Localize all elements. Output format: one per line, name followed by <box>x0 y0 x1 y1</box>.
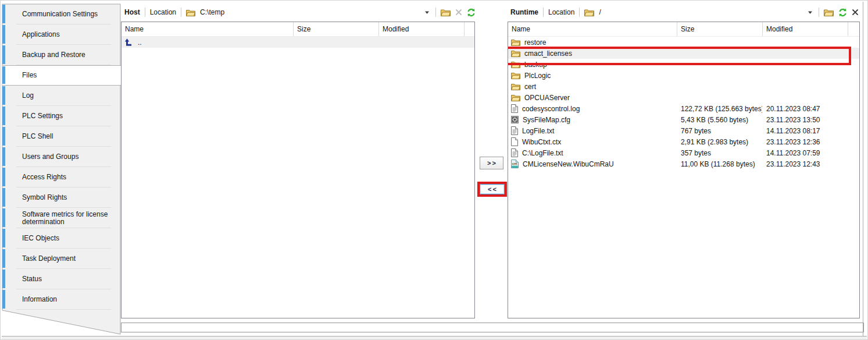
host-path-input[interactable]: C:\temp <box>200 8 224 16</box>
file-name-cell: backup <box>508 61 677 69</box>
copy-to-host-highlight-box: << <box>477 182 507 197</box>
sidebar-item-software-metrics-for-license-determination[interactable]: Software metrics for license determinati… <box>2 208 120 228</box>
sidebar-item-label: Log <box>22 92 34 100</box>
host-file-table: Name Size Modified .. <box>121 22 475 318</box>
folder-icon <box>511 38 520 46</box>
file-name: .. <box>138 38 142 47</box>
folder-icon <box>511 49 520 57</box>
host-refresh-icon[interactable] <box>467 8 476 17</box>
sidebar-item-log[interactable]: Log <box>2 86 120 106</box>
sidebar-item-plc-settings[interactable]: PLC Settings <box>2 106 120 126</box>
host-pane-title: Host <box>124 8 140 16</box>
file-row-sysfilemap-cfg[interactable]: SysFileMap.cfg5,43 KB (5.560 bytes)23.11… <box>508 114 859 125</box>
folder-row-restore[interactable]: restore <box>508 37 859 48</box>
tab-accent-strip <box>2 66 5 84</box>
window-bottom-band <box>2 337 867 340</box>
device-editor-sidebar: Communication SettingsApplicationsBackup… <box>2 4 120 310</box>
file-row-cmlicensenew-wibucmrau[interactable]: cmCMLicenseNew.WibuCmRaU11,00 KB (11.268… <box>508 158 859 169</box>
up-folder-icon <box>124 38 134 47</box>
host-file-list[interactable]: .. <box>122 37 474 48</box>
sidebar-item-symbol-rights[interactable]: Symbol Rights <box>2 187 120 208</box>
tab-accent-strip <box>2 168 5 186</box>
file-name-cell: WibuCtxt.ctx <box>508 137 677 146</box>
runtime-column-name[interactable]: Name <box>508 22 677 36</box>
sidebar-item-task-deployment[interactable]: Task Deployment <box>2 249 120 269</box>
sidebar-item-files[interactable]: Files <box>2 65 121 86</box>
file-name-cell: restore <box>508 38 677 47</box>
toolbar-separator <box>435 8 436 17</box>
host-delete-icon <box>455 9 462 16</box>
file-row-wibuctxt-ctx[interactable]: WibuCtxt.ctx2,91 KB (2.983 bytes)23.11.2… <box>508 136 859 147</box>
runtime-path-dropdown-icon[interactable] <box>806 10 814 15</box>
file-row-[interactable]: .. <box>122 37 474 48</box>
runtime-browse-folder-icon[interactable] <box>824 8 834 16</box>
file-name: C:\LogFile.txt <box>522 149 563 157</box>
file-modified: 23.11.2023 13:50 <box>762 116 848 124</box>
file-row-logfile-txt[interactable]: LogFile.txt767 bytes14.11.2023 08:17 <box>508 125 859 136</box>
tab-accent-strip <box>2 208 5 227</box>
tab-accent-strip <box>2 188 5 207</box>
tab-accent-strip <box>2 25 5 44</box>
host-path-dropdown-icon[interactable] <box>423 10 431 15</box>
sidebar-item-label: PLC Shell <box>22 133 53 140</box>
tab-accent-strip <box>2 147 5 166</box>
blank-file-icon <box>511 137 518 146</box>
folder-icon <box>511 72 520 79</box>
tab-accent-strip <box>2 127 5 146</box>
file-name-cell: C:\LogFile.txt <box>508 148 677 157</box>
file-name: WibuCtxt.ctx <box>522 138 561 146</box>
sidebar-item-access-rights[interactable]: Access Rights <box>2 167 120 187</box>
sidebar-item-backup-and-restore[interactable]: Backup and Restore <box>2 45 120 65</box>
folder-row-cmact-licenses[interactable]: cmact_licenses <box>508 48 859 59</box>
folder-row-backup[interactable]: backup <box>508 59 859 70</box>
tab-accent-strip <box>2 86 5 105</box>
sidebar-item-iec-objects[interactable]: IEC Objects <box>2 228 120 249</box>
file-name: OPCUAServer <box>524 94 570 102</box>
runtime-column-size[interactable]: Size <box>677 22 762 36</box>
sidebar-item-label: PLC Settings <box>22 112 63 120</box>
sidebar-item-users-and-groups[interactable]: Users and Groups <box>2 147 120 167</box>
svg-text:cm: cm <box>512 162 517 165</box>
file-modified: 23.11.2023 12:36 <box>762 138 848 146</box>
host-column-name[interactable]: Name <box>122 22 293 36</box>
sidebar-item-communication-settings[interactable]: Communication Settings <box>2 4 120 24</box>
sidebar-item-label: Communication Settings <box>22 10 98 18</box>
window-right-edge <box>863 2 863 337</box>
file-name: cmact_licenses <box>524 49 572 58</box>
runtime-path-folder-icon <box>584 8 594 16</box>
runtime-delete-icon[interactable] <box>852 9 859 16</box>
file-name: LogFile.txt <box>522 127 554 135</box>
text-file-icon <box>511 148 518 157</box>
copy-to-runtime-button[interactable]: >> <box>480 157 503 169</box>
file-name-cell: cmact_licenses <box>508 49 677 58</box>
folder-row-plclogic[interactable]: PlcLogic <box>508 70 859 81</box>
runtime-column-modified[interactable]: Modified <box>762 22 848 36</box>
sidebar-item-status[interactable]: Status <box>2 269 120 289</box>
sidebar-item-plc-shell[interactable]: PLC Shell <box>2 126 120 147</box>
file-name-cell: cert <box>508 83 677 91</box>
host-browse-folder-icon[interactable] <box>441 8 451 16</box>
tab-accent-strip <box>2 45 5 64</box>
file-size: 357 bytes <box>677 149 762 157</box>
runtime-file-list[interactable]: restorecmact_licensesbackupPlcLogiccertO… <box>508 37 859 169</box>
file-row-codesyscontrol-log[interactable]: codesyscontrol.log122,72 KB (125.663 byt… <box>508 103 859 114</box>
folder-row-opcuaserver[interactable]: OPCUAServer <box>508 92 859 103</box>
sidebar-item-information[interactable]: Information <box>2 289 120 310</box>
toolbar-separator <box>181 8 181 17</box>
file-modified: 20.11.2023 08:47 <box>762 105 848 113</box>
copy-to-host-button[interactable]: << <box>480 184 505 194</box>
folder-row-cert[interactable]: cert <box>508 81 859 92</box>
host-column-size[interactable]: Size <box>293 22 378 36</box>
runtime-refresh-icon[interactable] <box>838 8 847 17</box>
sidebar-item-label: Files <box>22 72 37 79</box>
file-row-c-logfile-txt[interactable]: C:\LogFile.txt357 bytes14.11.2023 07:59 <box>508 147 859 158</box>
host-column-modified[interactable]: Modified <box>378 22 464 36</box>
runtime-location-label: Location <box>548 8 574 16</box>
cfg-file-icon <box>511 116 519 123</box>
file-name-cell: PlcLogic <box>508 72 677 80</box>
folder-icon <box>511 83 520 90</box>
file-modified: 14.11.2023 07:59 <box>762 149 848 157</box>
file-name: SysFileMap.cfg <box>523 116 570 124</box>
sidebar-item-applications[interactable]: Applications <box>2 24 120 45</box>
runtime-path-input[interactable]: / <box>599 8 601 16</box>
